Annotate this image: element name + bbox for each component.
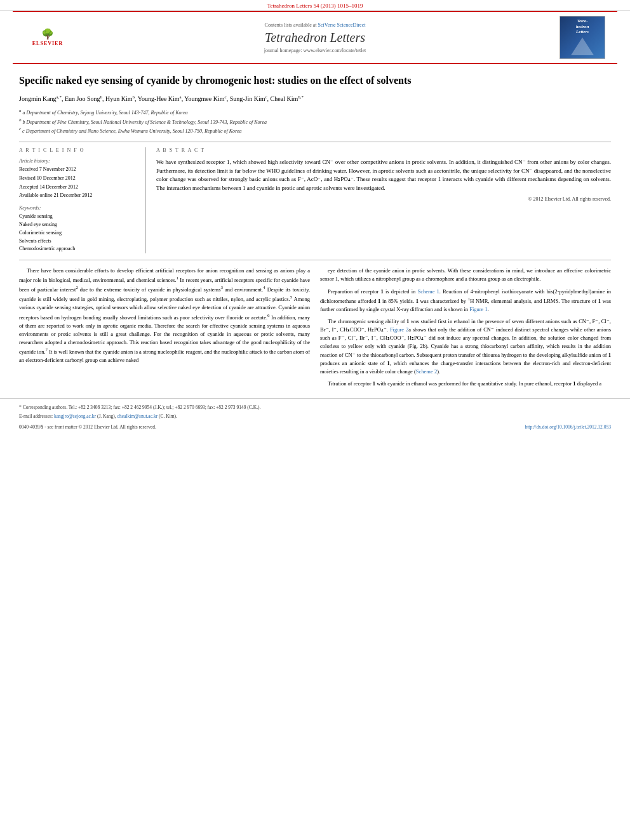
history-label: Article history: [19, 158, 138, 164]
body-para-2: eye detection of the cyanide anion in pr… [320, 267, 611, 283]
affiliations: a a Department of Chemistry, Sejong Univ… [19, 107, 611, 135]
abstract-col: A B S T R A C T We have synthesized rece… [156, 147, 611, 253]
author-eunjoo: Eun Joo Song [65, 95, 100, 102]
cover-decoration [571, 37, 594, 55]
journal-title-area: Contents lists available at SciVerse Sci… [76, 22, 554, 53]
affiliation-a: a a Department of Chemistry, Sejong Univ… [19, 107, 611, 117]
elsevier-text: ELSEVIER [32, 41, 63, 46]
footnotes: * Corresponding authors. Tel.: +82 2 340… [19, 404, 611, 420]
sciverse-link[interactable]: SciVerse ScienceDirect [318, 22, 366, 28]
author-jongmin: Jongmin Kang [19, 95, 57, 102]
sup-star2: * [301, 95, 304, 100]
keyword-5: Chemodosimetric approach [19, 245, 138, 253]
author-hyun: Hyun Kim [105, 95, 133, 102]
keyword-1: Cyanide sensing [19, 213, 138, 221]
journal-header: 🌳 ELSEVIER Contents lists available at S… [13, 11, 617, 64]
received-date: Received 7 November 2012 [19, 166, 138, 174]
author-youngmee: Youngmee Kim [184, 95, 224, 102]
sciverse-line: Contents lists available at SciVerse Sci… [83, 22, 547, 28]
available-date: Available online 21 December 2012 [19, 192, 138, 200]
abstract-copyright: © 2012 Elsevier Ltd. All rights reserved… [156, 196, 611, 202]
body-text-section: There have been considerable efforts to … [19, 267, 611, 392]
abstract-text: We have synthesized receptor 1, which sh… [156, 158, 611, 192]
body-para-1: There have been considerable efforts to … [19, 267, 310, 364]
journal-title: Tetrahedron Letters [83, 30, 547, 45]
issn-line: 0040-4039/$ - see front matter © 2012 El… [19, 424, 156, 430]
footer-bottom: 0040-4039/$ - see front matter © 2012 El… [19, 424, 611, 430]
author-younghee: Young-Hee Kim [138, 95, 180, 102]
body-col-left: There have been considerable efforts to … [19, 267, 310, 392]
footer: * Corresponding authors. Tel.: +82 2 340… [0, 398, 630, 432]
elsevier-tree-icon: 🌳 [41, 29, 54, 39]
article-container: Specific naked eye sensing of cyanide by… [0, 64, 630, 398]
email-link-2[interactable]: chealkim@snut.ac.kr [117, 413, 158, 419]
accepted-date: Accepted 14 December 2012 [19, 183, 138, 192]
keyword-2: Naked eye sensing [19, 221, 138, 229]
author-sungjin: Sung-Jin Kim [230, 95, 265, 102]
authors-line: Jongmin Kanga,*, Eun Joo Songb, Hyun Kim… [19, 94, 611, 103]
keyword-4: Solvents effects [19, 237, 138, 246]
body-col-right: eye detection of the cyanide anion in pr… [320, 267, 611, 392]
cover-title: Tetra-hedronLetters [576, 18, 589, 34]
journal-cover-area: Tetra-hedronLetters [554, 16, 611, 59]
keyword-3: Colorimetric sensing [19, 229, 138, 237]
journal-cover-image: Tetra-hedronLetters [560, 16, 605, 59]
abstract-heading: A B S T R A C T [156, 147, 611, 153]
keywords-label: Keywords: [19, 205, 138, 211]
footnote-corresponding: * Corresponding authors. Tel.: +82 2 340… [19, 404, 611, 411]
revised-date: Revised 10 December 2012 [19, 175, 138, 183]
article-info-heading: A R T I C L E I N F O [19, 147, 138, 153]
doi-line[interactable]: http://dx.doi.org/10.1016/j.tetlet.2012.… [525, 424, 611, 430]
footnote-email: E-mail addresses: kangjro@sejong.ac.kr (… [19, 413, 611, 420]
publisher-logo-area: 🌳 ELSEVIER [19, 29, 76, 46]
journal-citation: Tetrahedron Letters 54 (2013) 1015–1019 [0, 0, 630, 11]
body-para-5: Titration of receptor 1 with cyanide in … [320, 380, 611, 388]
email-link-1[interactable]: kangjro@sejong.ac.kr [54, 413, 96, 419]
affiliation-b: b b Department of Fine Chemistry, Seoul … [19, 117, 611, 126]
author-cheal: Cheal Kim [271, 95, 298, 102]
article-info-col: A R T I C L E I N F O Article history: R… [19, 147, 146, 253]
article-title: Specific naked eye sensing of cyanide by… [19, 74, 611, 88]
info-abstract-section: A R T I C L E I N F O Article history: R… [19, 142, 611, 253]
affiliation-c: c c Department of Chemistry and Nano Sci… [19, 126, 611, 135]
body-para-4: The chromogenic sensing ability of 1 was… [320, 317, 611, 376]
body-para-3: Preparation of receptor 1 is depicted in… [320, 288, 611, 314]
section-divider [19, 260, 611, 260]
journal-homepage: journal homepage: www.elsevier.com/locat… [83, 48, 547, 53]
